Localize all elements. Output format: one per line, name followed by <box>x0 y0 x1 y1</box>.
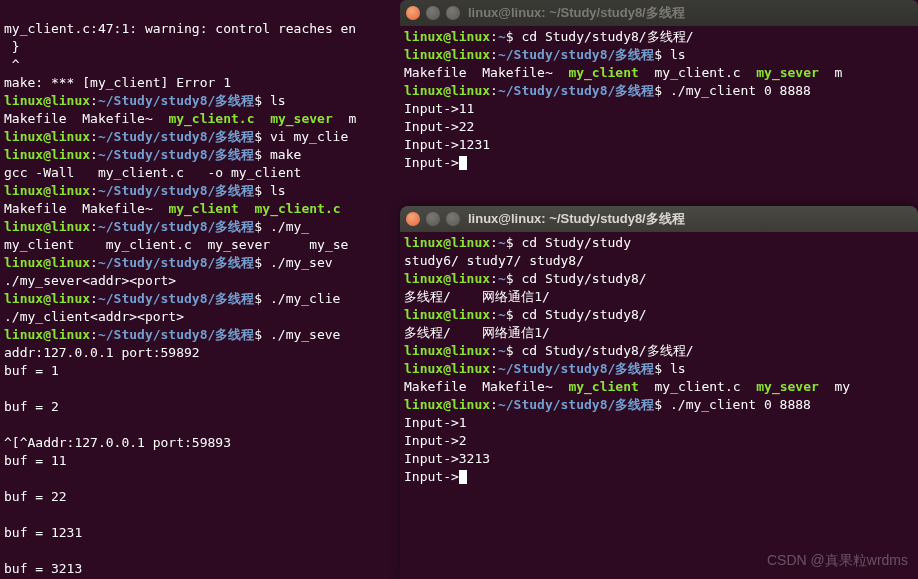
prompt-dollar: $ <box>254 93 262 108</box>
cmd: ./my_client 0 8888 <box>670 83 811 98</box>
cmd: ./my_seve <box>270 327 340 342</box>
output-line: ^ <box>4 57 20 72</box>
output-line: Input->3213 <box>404 451 490 466</box>
prompt-user: linux@linux <box>4 183 90 198</box>
prompt-path: ~/Study/study8/多线程 <box>498 83 654 98</box>
cmd: ls <box>670 47 686 62</box>
prompt-path: ~/Study/study8/多线程 <box>498 397 654 412</box>
terminal-right-bottom[interactable]: linux@linux: ~/Study/study8/多线程 linux@li… <box>400 206 918 579</box>
prompt-dollar: $ <box>654 83 662 98</box>
prompt-path: ~ <box>498 307 506 322</box>
prompt-path: ~ <box>498 235 506 250</box>
terminal-body[interactable]: linux@linux:~$ cd Study/study study6/ st… <box>400 232 918 488</box>
minimize-icon[interactable] <box>426 6 440 20</box>
maximize-icon[interactable] <box>446 6 460 20</box>
cmd: cd Study/study8/多线程/ <box>521 29 693 44</box>
prompt-sep: : <box>90 183 98 198</box>
output-line: study6/ study7/ study8/ <box>404 253 584 268</box>
ls-out: my <box>819 379 850 394</box>
output-line: Input->2 <box>404 433 467 448</box>
prompt-path: ~ <box>498 29 506 44</box>
prompt-path: ~/Study/study8/多线程 <box>98 129 254 144</box>
prompt-path: ~/Study/study8/多线程 <box>98 93 254 108</box>
prompt-dollar: $ <box>506 271 514 286</box>
ls-out: Makefile Makefile~ <box>404 65 568 80</box>
cmd: make <box>270 147 301 162</box>
prompt-sep: : <box>90 93 98 108</box>
prompt-user: linux@linux <box>4 219 90 234</box>
terminal-body[interactable]: linux@linux:~$ cd Study/study8/多线程/ linu… <box>400 26 918 174</box>
terminal-left[interactable]: my_client.c:47:1: warning: control reach… <box>0 0 414 579</box>
prompt-user: linux@linux <box>4 327 90 342</box>
prompt-sep: : <box>490 361 498 376</box>
output-line: gcc -Wall my_client.c -o my_client <box>4 165 301 180</box>
prompt-sep: : <box>90 129 98 144</box>
output-line: buf = 1 <box>4 363 59 378</box>
prompt-dollar: $ <box>654 397 662 412</box>
ls-out: m <box>819 65 842 80</box>
prompt-dollar: $ <box>254 219 262 234</box>
output-line: 多线程/ 网络通信1/ <box>404 325 550 340</box>
prompt-path: ~/Study/study8/多线程 <box>498 47 654 62</box>
prompt-dollar: $ <box>254 183 262 198</box>
cmd: ./my_ <box>270 219 309 234</box>
output-line: } <box>4 39 20 54</box>
prompt-user: linux@linux <box>404 47 490 62</box>
prompt-user: linux@linux <box>404 343 490 358</box>
cmd: ./my_sev <box>270 255 333 270</box>
prompt-sep: : <box>490 397 498 412</box>
prompt-path: ~/Study/study8/多线程 <box>98 147 254 162</box>
prompt-path: ~/Study/study8/多线程 <box>98 219 254 234</box>
prompt-dollar: $ <box>254 129 262 144</box>
ls-file: my_client.c <box>254 201 340 216</box>
prompt-user: linux@linux <box>4 291 90 306</box>
prompt-dollar: $ <box>506 235 514 250</box>
prompt-dollar: $ <box>506 343 514 358</box>
prompt-dollar: $ <box>506 307 514 322</box>
cursor-icon <box>459 156 467 170</box>
output-line: make: *** [my_client] Error 1 <box>4 75 231 90</box>
close-icon[interactable] <box>406 212 420 226</box>
close-icon[interactable] <box>406 6 420 20</box>
output-line: Input-> <box>404 155 459 170</box>
cmd: cd Study/study8/ <box>521 307 646 322</box>
cmd: ./my_client 0 8888 <box>670 397 811 412</box>
prompt-sep: : <box>90 147 98 162</box>
window-title: linux@linux: ~/Study/study8/多线程 <box>468 210 685 228</box>
prompt-path: ~/Study/study8/多线程 <box>498 361 654 376</box>
prompt-dollar: $ <box>254 291 262 306</box>
output-line: ./my_sever<addr><port> <box>4 273 176 288</box>
window-controls <box>406 6 460 20</box>
cmd: cd Study/study8/多线程/ <box>521 343 693 358</box>
ls-file: my_client.c <box>168 111 254 126</box>
prompt-dollar: $ <box>254 327 262 342</box>
output-line: addr:127.0.0.1 port:59892 <box>4 345 200 360</box>
prompt-user: linux@linux <box>404 307 490 322</box>
prompt-user: linux@linux <box>4 147 90 162</box>
ls-file: my_sever <box>756 65 819 80</box>
ls-out: my_client.c <box>639 379 756 394</box>
ls-file: my_client <box>168 201 238 216</box>
terminal-right-top[interactable]: linux@linux: ~/Study/study8/多线程 linux@li… <box>400 0 918 204</box>
maximize-icon[interactable] <box>446 212 460 226</box>
prompt-sep: : <box>490 47 498 62</box>
title-bar[interactable]: linux@linux: ~/Study/study8/多线程 <box>400 206 918 232</box>
title-bar[interactable]: linux@linux: ~/Study/study8/多线程 <box>400 0 918 26</box>
output-line: Input->1231 <box>404 137 490 152</box>
minimize-icon[interactable] <box>426 212 440 226</box>
ls-out: Makefile Makefile~ <box>4 111 168 126</box>
output-line: my_client.c:47:1: warning: control reach… <box>4 21 356 36</box>
window-title: linux@linux: ~/Study/study8/多线程 <box>468 4 685 22</box>
prompt-path: ~/Study/study8/多线程 <box>98 255 254 270</box>
output-line: Input->11 <box>404 101 474 116</box>
prompt-path: ~/Study/study8/多线程 <box>98 183 254 198</box>
prompt-sep: : <box>490 29 498 44</box>
prompt-user: linux@linux <box>404 235 490 250</box>
prompt-sep: : <box>90 219 98 234</box>
ls-out <box>254 111 270 126</box>
prompt-sep: : <box>490 235 498 250</box>
ls-file: my_sever <box>270 111 333 126</box>
prompt-dollar: $ <box>254 255 262 270</box>
cmd: cd Study/study <box>521 235 631 250</box>
ls-file: my_sever <box>756 379 819 394</box>
